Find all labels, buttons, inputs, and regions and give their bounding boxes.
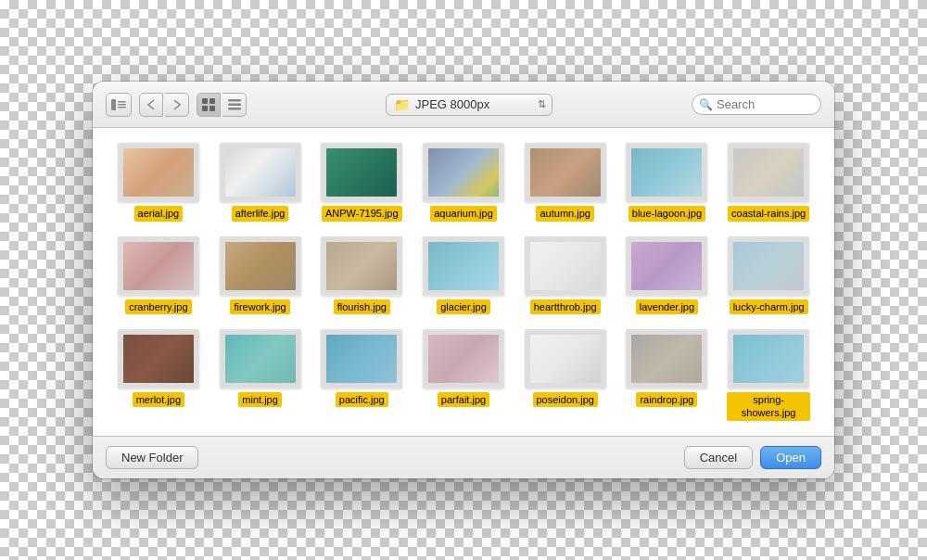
file-grid: aerial.jpgafterlife.jpgANPW-7195.jpgaqua…	[111, 143, 816, 420]
file-label: glacier.jpg	[437, 299, 490, 314]
file-thumbnail	[118, 329, 199, 388]
file-label: flourish.jpg	[334, 299, 390, 314]
chevron-icon: ⇅	[538, 98, 546, 110]
file-item-parfait[interactable]: parfait.jpg	[416, 329, 511, 421]
file-label: lavender.jpg	[636, 299, 698, 314]
grid-view-button[interactable]	[197, 93, 221, 117]
file-item-afterlife[interactable]: afterlife.jpg	[213, 143, 308, 221]
svg-rect-0	[111, 99, 116, 110]
file-item-lavender[interactable]: lavender.jpg	[620, 236, 715, 314]
file-label: spring-showers.jpg	[727, 392, 810, 421]
file-thumbnail	[423, 236, 504, 296]
svg-rect-5	[210, 98, 215, 104]
file-label: autumn.jpg	[536, 206, 593, 221]
thumb-inner	[733, 335, 804, 383]
file-label: heartthrob.jpg	[530, 299, 601, 314]
file-thumbnail	[728, 143, 809, 202]
file-label: pacific.jpg	[336, 392, 388, 407]
file-item-autumn[interactable]: autumn.jpg	[518, 143, 613, 221]
location-bar: 📁 JPEG 8000px ⇅	[254, 94, 684, 116]
file-item-flourish[interactable]: flourish.jpg	[314, 236, 409, 314]
file-label: raindrop.jpg	[636, 392, 697, 407]
file-label: merlot.jpg	[133, 392, 184, 407]
svg-rect-4	[202, 98, 208, 104]
file-label: parfait.jpg	[438, 392, 489, 407]
file-label: mint.jpg	[238, 392, 282, 407]
file-label: lucky-charm.jpg	[730, 299, 808, 314]
thumb-inner	[225, 242, 296, 290]
file-thumbnail	[220, 329, 301, 388]
file-item-spring-showers[interactable]: spring-showers.jpg	[721, 329, 816, 421]
thumb-inner	[733, 148, 804, 197]
file-item-firework[interactable]: firework.jpg	[213, 236, 308, 314]
file-thumbnail	[321, 143, 402, 202]
file-item-heartthrob[interactable]: heartthrob.jpg	[518, 236, 613, 314]
nav-buttons	[139, 93, 189, 117]
svg-rect-2	[118, 104, 126, 106]
svg-rect-9	[228, 103, 241, 106]
location-selector[interactable]: 📁 JPEG 8000px ⇅	[386, 94, 552, 116]
file-item-cranberry[interactable]: cranberry.jpg	[111, 236, 206, 314]
file-thumbnail	[626, 329, 707, 388]
file-item-merlot[interactable]: merlot.jpg	[111, 329, 206, 421]
file-label: firework.jpg	[230, 299, 289, 314]
file-thumbnail	[423, 143, 504, 202]
new-folder-button[interactable]: New Folder	[106, 446, 198, 469]
svg-rect-10	[228, 108, 241, 110]
search-wrapper: 🔍	[692, 94, 821, 115]
list-view-button[interactable]	[222, 93, 247, 117]
file-label: cranberry.jpg	[125, 299, 191, 314]
thumb-inner	[530, 148, 601, 197]
thumb-inner	[326, 335, 397, 383]
file-item-poseidon[interactable]: poseidon.jpg	[518, 329, 613, 421]
file-item-lucky-charm[interactable]: lucky-charm.jpg	[721, 236, 816, 314]
thumb-inner	[530, 335, 601, 383]
thumb-inner	[326, 148, 397, 197]
svg-rect-3	[118, 107, 126, 108]
file-item-aquarium[interactable]: aquarium.jpg	[416, 143, 511, 221]
toolbar: 📁 JPEG 8000px ⇅ 🔍	[93, 82, 834, 128]
thumb-inner	[530, 242, 601, 290]
sidebar-toggle-button[interactable]	[106, 93, 132, 117]
folder-icon: 📁	[394, 97, 410, 112]
file-item-pacific[interactable]: pacific.jpg	[314, 329, 409, 421]
thumb-inner	[428, 242, 499, 290]
svg-rect-7	[210, 106, 215, 111]
svg-rect-8	[228, 99, 241, 102]
thumb-inner	[123, 148, 194, 197]
open-button[interactable]: Open	[760, 446, 821, 469]
file-thumbnail	[728, 236, 809, 296]
file-label: ANPW-7195.jpg	[322, 206, 402, 221]
file-item-blue-lagoon[interactable]: blue-lagoon.jpg	[620, 143, 715, 221]
thumb-inner	[123, 335, 194, 383]
thumb-inner	[123, 242, 194, 290]
file-item-coastal-rains[interactable]: coastal-rains.jpg	[721, 143, 816, 221]
file-thumbnail	[525, 329, 606, 388]
thumb-inner	[631, 335, 702, 383]
thumb-inner	[225, 335, 296, 383]
file-thumbnail	[423, 329, 504, 388]
svg-rect-1	[118, 101, 126, 103]
file-thumbnail	[118, 236, 199, 296]
thumb-inner	[428, 148, 499, 197]
cancel-button[interactable]: Cancel	[684, 446, 753, 469]
file-thumbnail	[321, 329, 402, 388]
footer-right: Cancel Open	[684, 446, 821, 469]
thumb-inner	[631, 242, 702, 290]
file-thumbnail	[728, 329, 809, 388]
file-item-aerial[interactable]: aerial.jpg	[111, 143, 206, 221]
search-input[interactable]	[692, 94, 821, 115]
file-item-anpw[interactable]: ANPW-7195.jpg	[314, 143, 409, 221]
file-label: aquarium.jpg	[430, 206, 497, 221]
footer: New Folder Cancel Open	[93, 436, 834, 478]
file-item-glacier[interactable]: glacier.jpg	[416, 236, 511, 314]
file-item-raindrop[interactable]: raindrop.jpg	[620, 329, 715, 421]
file-thumbnail	[220, 236, 301, 296]
location-label: JPEG 8000px	[415, 97, 489, 111]
file-thumbnail	[321, 236, 402, 296]
svg-rect-6	[202, 106, 208, 111]
forward-button[interactable]	[165, 93, 189, 117]
back-button[interactable]	[139, 93, 163, 117]
thumb-inner	[225, 148, 296, 197]
file-item-mint[interactable]: mint.jpg	[213, 329, 308, 421]
